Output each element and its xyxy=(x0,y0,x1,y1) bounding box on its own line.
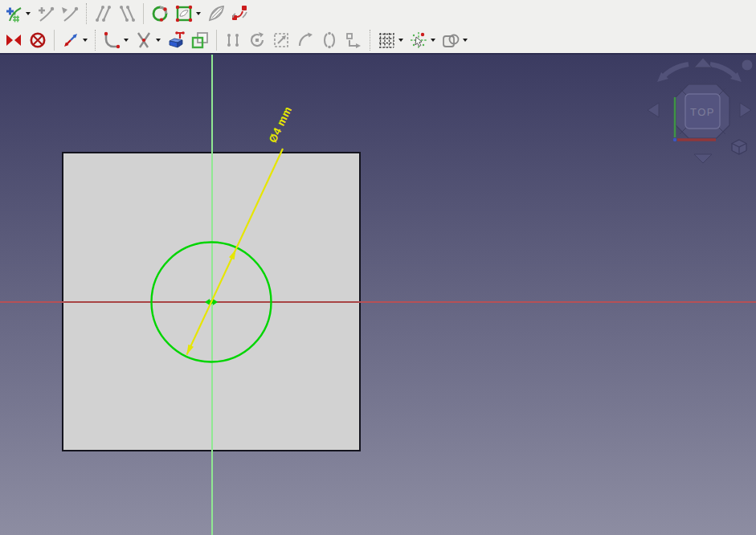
move-icon xyxy=(344,31,363,50)
bend-icon xyxy=(296,31,315,50)
toolbar-separator xyxy=(54,30,55,51)
rotate-button[interactable] xyxy=(246,29,268,51)
increase-bspline-degree-button[interactable] xyxy=(92,2,114,25)
increase-knot-multiplicity-icon xyxy=(36,4,55,23)
insert-bspline-knot-button[interactable] xyxy=(2,2,25,25)
rotate-icon xyxy=(247,31,267,50)
symmetry-icon xyxy=(223,31,243,50)
move-button[interactable] xyxy=(342,29,365,51)
toolbar-constraints-tools xyxy=(0,27,756,55)
carbon-copy-button[interactable] xyxy=(189,29,211,51)
nav-arrow-down[interactable] xyxy=(694,154,712,163)
dropdown-arrow[interactable] xyxy=(26,12,31,15)
dimension-button[interactable] xyxy=(59,29,82,51)
nav-arrow-left[interactable] xyxy=(648,103,659,117)
scale-button[interactable] xyxy=(270,29,292,51)
snap-icon xyxy=(409,31,428,50)
join-curves-button[interactable] xyxy=(229,2,251,25)
rotate-cw-arrow[interactable] xyxy=(710,64,742,82)
bend-button[interactable] xyxy=(294,29,317,51)
decrease-degree-icon xyxy=(117,4,137,23)
toolbar-separator xyxy=(370,30,370,51)
navigation-cube: TOP xyxy=(643,56,756,175)
toggle-snap-button[interactable] xyxy=(407,29,430,51)
constrain-coincident-button[interactable] xyxy=(2,29,25,51)
dropdown-arrow[interactable] xyxy=(431,39,435,42)
toolbar-separator xyxy=(143,3,144,24)
toolbar-bspline-tools xyxy=(0,0,756,27)
symmetry-button[interactable] xyxy=(222,29,244,51)
dropdown-arrow[interactable] xyxy=(124,39,129,42)
convert-to-bspline-icon xyxy=(150,4,170,23)
toggle-grid-button[interactable] xyxy=(375,29,398,51)
rendering-order-icon xyxy=(441,31,460,50)
constrain-block-button[interactable] xyxy=(27,29,49,51)
join-curves-icon xyxy=(231,4,250,23)
toolbar-separator xyxy=(95,30,96,51)
toolbar-separator xyxy=(216,30,217,51)
grid-icon xyxy=(377,31,396,50)
trim-edge-button[interactable] xyxy=(133,29,155,51)
offset-icon xyxy=(320,31,339,50)
dimension-label[interactable]: Ø4 mm xyxy=(267,104,295,145)
dropdown-arrow[interactable] xyxy=(83,39,88,42)
decrease-bspline-degree-button[interactable] xyxy=(116,2,138,25)
show-bspline-control-polygon-button[interactable] xyxy=(173,2,195,25)
dropdown-arrow[interactable] xyxy=(463,39,468,42)
dropdown-arrow[interactable] xyxy=(156,39,161,42)
scale-icon xyxy=(272,31,291,50)
trim-icon xyxy=(134,31,153,50)
constrain-coincident-icon xyxy=(4,31,23,50)
nav-axis-origin xyxy=(673,138,676,141)
nav-arrow-right[interactable] xyxy=(740,103,751,117)
nav-arrow-up[interactable] xyxy=(694,58,712,67)
increase-degree-icon xyxy=(93,4,112,23)
rendering-order-button[interactable] xyxy=(439,29,462,51)
dimension-icon xyxy=(61,31,80,50)
rotate-ccw-arrow[interactable] xyxy=(657,64,689,82)
3d-viewport[interactable]: Ø4 mm TOP xyxy=(0,55,756,535)
create-fillet-button[interactable] xyxy=(100,29,123,51)
decrease-knot-multiplicity-button[interactable] xyxy=(59,2,81,25)
nav-sphere[interactable] xyxy=(742,59,753,71)
toolbar-separator xyxy=(86,3,87,24)
decrease-knot-multiplicity-icon xyxy=(60,4,80,23)
fillet-icon xyxy=(102,31,121,50)
external-geometry-button[interactable] xyxy=(165,29,187,51)
constrain-block-icon xyxy=(28,31,47,50)
curvature-comb-icon xyxy=(206,4,226,23)
insert-knot-icon xyxy=(4,4,23,23)
dropdown-arrow[interactable] xyxy=(398,39,403,42)
dropdown-arrow[interactable] xyxy=(196,12,201,15)
bspline-control-polygon-icon xyxy=(174,4,194,23)
increase-knot-multiplicity-button[interactable] xyxy=(35,2,57,25)
nav-cube-face-label: TOP xyxy=(690,106,715,118)
convert-to-bspline-button[interactable] xyxy=(149,2,171,25)
nav-iso-cube[interactable] xyxy=(732,140,746,154)
carbon-copy-icon xyxy=(190,31,210,50)
bspline-comb-button[interactable] xyxy=(205,2,227,25)
offset-button[interactable] xyxy=(318,29,341,51)
external-geometry-icon xyxy=(166,31,186,50)
